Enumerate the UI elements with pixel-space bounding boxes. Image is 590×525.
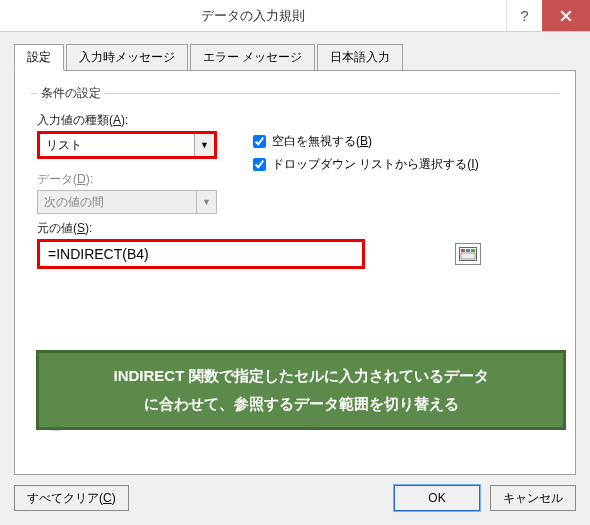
ignore-blank-row[interactable]: 空白を無視する(B) <box>253 133 479 150</box>
help-button[interactable]: ? <box>506 0 542 31</box>
close-icon <box>560 10 572 22</box>
dropdown-list-label: ドロップダウン リストから選択する(I) <box>272 156 479 173</box>
dialog-title: データの入力規則 <box>0 7 506 25</box>
close-button[interactable] <box>542 0 590 31</box>
titlebar: データの入力規則 ? <box>0 0 590 32</box>
chevron-down-icon: ▼ <box>196 191 216 213</box>
allow-select-value: リスト <box>40 135 194 156</box>
explanation-callout: INDIRECT 関数で指定したセルに入力されているデータ に合わせて、参照する… <box>36 350 566 430</box>
tab-bar: 設定 入力時メッセージ エラー メッセージ 日本語入力 <box>14 44 576 71</box>
cancel-button[interactable]: キャンセル <box>490 485 576 511</box>
data-select: 次の値の間 ▼ <box>37 190 217 214</box>
source-input[interactable] <box>37 239 365 269</box>
callout-line-1: INDIRECT 関数で指定したセルに入力されているデータ <box>114 362 489 391</box>
tab-settings[interactable]: 設定 <box>14 44 64 71</box>
chevron-down-icon: ▼ <box>194 134 214 156</box>
allow-select[interactable]: リスト ▼ <box>37 131 217 159</box>
source-label: 元の値(S): <box>37 220 553 237</box>
allow-label: 入力値の種類(A): <box>37 112 553 129</box>
range-picker-button[interactable] <box>455 243 481 265</box>
tab-label: 設定 <box>27 50 51 64</box>
ignore-blank-checkbox[interactable] <box>253 135 266 148</box>
svg-rect-1 <box>461 249 465 252</box>
ok-button[interactable]: OK <box>394 485 480 511</box>
criteria-fieldset: 条件の設定 入力値の種類(A): リスト ▼ 空白を無視する(B) ドロップダウ… <box>31 85 559 281</box>
ignore-blank-label: 空白を無視する(B) <box>272 133 372 150</box>
tab-label: 入力時メッセージ <box>79 50 175 64</box>
criteria-legend: 条件の設定 <box>37 85 105 102</box>
data-select-value: 次の値の間 <box>38 192 196 213</box>
source-row: 元の値(S): <box>37 220 553 269</box>
svg-rect-3 <box>471 249 475 252</box>
callout-line-2: に合わせて、参照するデータ範囲を切り替える <box>144 390 459 419</box>
svg-rect-2 <box>466 249 470 252</box>
tab-ime[interactable]: 日本語入力 <box>317 44 403 71</box>
svg-rect-4 <box>461 253 475 259</box>
dialog-button-row: すべてクリア(C) OK キャンセル <box>14 475 576 511</box>
clear-all-button[interactable]: すべてクリア(C) <box>14 485 129 511</box>
tab-label: 日本語入力 <box>330 50 390 64</box>
side-checkboxes: 空白を無視する(B) ドロップダウン リストから選択する(I) <box>253 133 479 179</box>
tab-label: エラー メッセージ <box>203 50 302 64</box>
tab-error-message[interactable]: エラー メッセージ <box>190 44 315 71</box>
dropdown-list-row[interactable]: ドロップダウン リストから選択する(I) <box>253 156 479 173</box>
range-picker-icon <box>459 247 477 261</box>
dialog-body: 設定 入力時メッセージ エラー メッセージ 日本語入力 条件の設定 入力値の種類… <box>0 32 590 525</box>
tab-input-message[interactable]: 入力時メッセージ <box>66 44 188 71</box>
dropdown-list-checkbox[interactable] <box>253 158 266 171</box>
